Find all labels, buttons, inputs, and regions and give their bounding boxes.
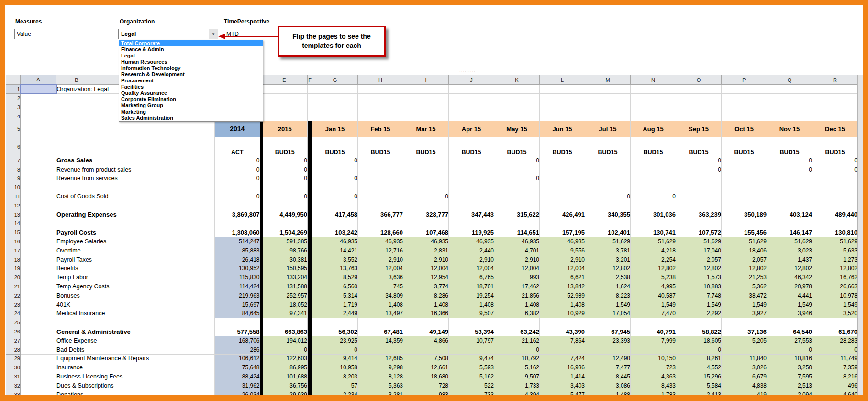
cell[interactable]: BUD15 <box>358 137 403 156</box>
cell[interactable] <box>676 103 722 112</box>
cell[interactable] <box>21 273 56 282</box>
cell[interactable] <box>631 318 676 327</box>
cell[interactable]: 40,587 <box>631 291 676 300</box>
cell[interactable]: 4,218 <box>631 246 676 255</box>
cell[interactable]: 5,363 <box>358 381 403 390</box>
cell[interactable] <box>21 192 56 201</box>
row-header[interactable]: 13 <box>6 210 21 219</box>
cell[interactable] <box>540 174 585 183</box>
cell[interactable]: 0 <box>767 156 812 165</box>
cell[interactable]: 12,802 <box>676 264 722 273</box>
cell[interactable] <box>540 165 585 174</box>
cell[interactable] <box>767 94 812 103</box>
cell[interactable]: 315,622 <box>494 210 540 219</box>
cell[interactable] <box>494 183 540 192</box>
cell[interactable] <box>722 174 767 183</box>
cell[interactable]: 2,254 <box>631 255 676 264</box>
cell[interactable] <box>812 85 858 94</box>
cell[interactable]: 88,424 <box>215 372 261 381</box>
row-header[interactable]: 18 <box>6 255 21 264</box>
cell[interactable]: 2,449 <box>312 309 358 318</box>
cell[interactable]: 13,497 <box>358 309 403 318</box>
row-header[interactable]: 33 <box>6 390 21 399</box>
cell[interactable]: 1,273 <box>812 255 858 264</box>
cell[interactable] <box>449 219 494 228</box>
cell[interactable]: 2015 <box>261 121 308 137</box>
select-all-corner[interactable] <box>6 75 21 85</box>
cell[interactable]: Employee Salaries <box>56 237 97 246</box>
cell[interactable]: 2,292 <box>676 309 722 318</box>
dropdown-option[interactable]: Total Corporate <box>119 40 263 46</box>
cell[interactable]: 7,595 <box>767 372 812 381</box>
cell[interactable]: 1,719 <box>312 300 358 309</box>
cell[interactable]: 131,588 <box>261 282 308 291</box>
cell[interactable]: 16,366 <box>403 309 449 318</box>
cell[interactable]: 0 <box>215 156 261 165</box>
cell[interactable] <box>676 174 722 183</box>
cell[interactable]: 52,989 <box>540 291 585 300</box>
cell[interactable] <box>56 137 97 156</box>
cell[interactable]: 37,136 <box>722 327 767 336</box>
dropdown-option[interactable]: Research & Development <box>119 71 263 78</box>
cell[interactable] <box>358 183 403 192</box>
cell[interactable]: 7,864 <box>540 336 585 345</box>
cell[interactable] <box>97 137 215 156</box>
cell[interactable]: 0 <box>676 156 722 165</box>
cell[interactable]: 1,308,060 <box>215 228 261 237</box>
cell[interactable]: 3,250 <box>767 363 812 372</box>
cell[interactable] <box>308 121 312 137</box>
cell[interactable] <box>540 85 585 94</box>
cell[interactable]: 2,413 <box>676 390 722 399</box>
cell[interactable] <box>308 174 312 183</box>
cell[interactable]: Revenue from services <box>56 174 97 183</box>
cell[interactable]: 4,363 <box>631 372 676 381</box>
cell[interactable] <box>308 137 312 156</box>
cell[interactable]: 10,883 <box>676 282 722 291</box>
cell[interactable] <box>308 363 312 372</box>
cell[interactable]: Mar 15 <box>403 121 449 137</box>
cell[interactable]: 98,766 <box>261 246 308 255</box>
cell[interactable]: 6,382 <box>494 309 540 318</box>
cell[interactable] <box>358 345 403 354</box>
cell[interactable]: 522 <box>449 381 494 390</box>
cell[interactable]: 489,440 <box>812 210 858 219</box>
cell[interactable] <box>21 363 56 372</box>
cell[interactable]: 0 <box>215 192 261 201</box>
cell[interactable]: 27,553 <box>767 336 812 345</box>
row-header[interactable]: 7 <box>6 156 21 165</box>
cell[interactable] <box>312 201 358 210</box>
cell[interactable]: 61,670 <box>812 327 858 336</box>
column-header[interactable]: B <box>56 75 97 85</box>
cell[interactable] <box>21 246 56 255</box>
cell[interactable] <box>21 237 56 246</box>
cell[interactable]: 8,529 <box>312 273 358 282</box>
cell[interactable] <box>56 318 97 327</box>
dropdown-option[interactable]: Marketing <box>119 109 263 115</box>
cell[interactable]: 12,004 <box>358 264 403 273</box>
cell[interactable] <box>21 264 56 273</box>
cell[interactable] <box>676 85 722 94</box>
cell[interactable]: Dec 15 <box>812 121 858 137</box>
cell[interactable]: BUD15 <box>631 137 676 156</box>
cell[interactable] <box>97 390 215 399</box>
cell[interactable] <box>97 255 215 264</box>
cell[interactable]: 18,680 <box>403 372 449 381</box>
cell[interactable]: 9,474 <box>449 354 494 363</box>
cell[interactable]: 21,162 <box>494 336 540 345</box>
dropdown-option[interactable]: Sales Administration <box>119 115 263 121</box>
cell[interactable] <box>358 165 403 174</box>
cell[interactable] <box>403 165 449 174</box>
cell[interactable] <box>494 94 540 103</box>
cell[interactable] <box>631 112 676 121</box>
cell[interactable]: 102,401 <box>585 228 631 237</box>
cell[interactable] <box>585 174 631 183</box>
cell[interactable]: Insurance <box>56 363 97 372</box>
cell[interactable]: 21,856 <box>494 291 540 300</box>
cell[interactable]: 9,507 <box>494 372 540 381</box>
cell[interactable]: 19,254 <box>449 291 494 300</box>
cell[interactable]: 119,925 <box>449 228 494 237</box>
cell[interactable]: 417,458 <box>312 210 358 219</box>
row-header[interactable]: 19 <box>6 264 21 273</box>
cell[interactable] <box>722 94 767 103</box>
cell[interactable]: 1,488 <box>585 390 631 399</box>
